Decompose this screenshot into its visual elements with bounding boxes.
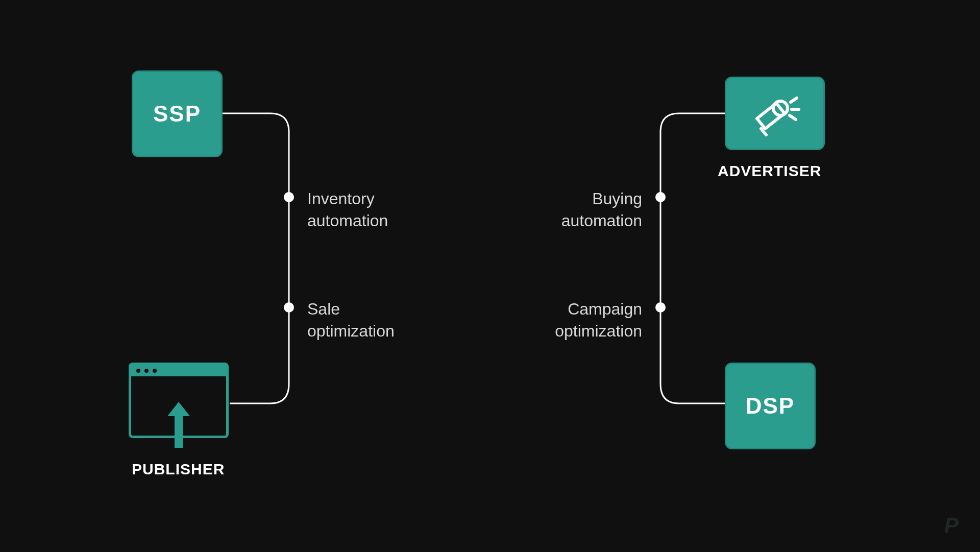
megaphone-icon [747, 88, 803, 139]
dsp-label: DSP [746, 393, 795, 419]
right-point2-label: Campaign optimization [555, 298, 642, 342]
watermark-logo: P [944, 513, 959, 538]
upload-arrow-icon [164, 397, 193, 453]
left-point1-label: Inventory automation [307, 188, 388, 232]
publisher-caption: PUBLISHER [132, 461, 225, 478]
connector-dot [655, 192, 666, 202]
left-point2-label: Sale optimization [307, 298, 395, 342]
dsp-node: DSP [725, 363, 816, 449]
advertiser-node [725, 77, 825, 150]
adtech-diagram: SSP DSP ADVERTISER PUBLISHER Inve [0, 0, 980, 552]
advertiser-caption: ADVERTISER [718, 162, 821, 180]
publisher-node [129, 363, 229, 438]
ssp-label: SSP [153, 101, 201, 127]
ssp-node: SSP [132, 70, 223, 157]
connector-dot [655, 302, 666, 313]
connector-dot [284, 192, 294, 202]
browser-topbar [131, 365, 226, 376]
connector-dot [284, 302, 294, 313]
right-point1-label: Buying automation [561, 188, 642, 232]
